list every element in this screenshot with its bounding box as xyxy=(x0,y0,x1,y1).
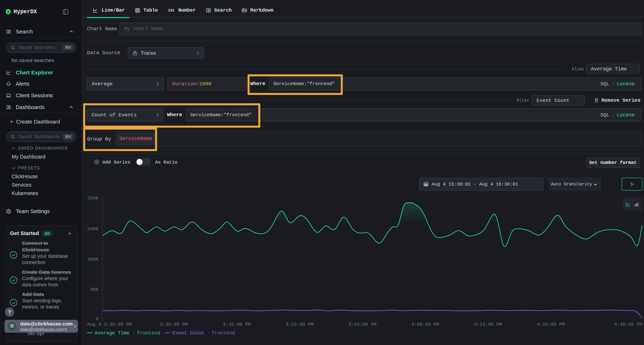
svg-text:4:13:00 PM: 4:13:00 PM xyxy=(474,322,502,327)
svg-text:Event Count: Event Count xyxy=(172,331,204,336)
svg-text:160K: 160K xyxy=(88,257,99,262)
svg-text:4:20:00 PM: 4:20:00 PM xyxy=(537,322,565,327)
svg-text:frontend: frontend xyxy=(212,331,235,336)
svg-text:3:38:00 PM: 3:38:00 PM xyxy=(160,322,188,327)
svg-text:80K: 80K xyxy=(90,287,98,292)
svg-text:3:45:00 PM: 3:45:00 PM xyxy=(223,322,251,327)
svg-text:4:30:00 PM: 4:30:00 PM xyxy=(614,322,642,327)
svg-text:frontend: frontend xyxy=(137,331,160,336)
svg-text:Aug 4 3:30:00 PM: Aug 4 3:30:00 PM xyxy=(87,322,132,327)
svg-text:Average Time: Average Time xyxy=(95,331,129,336)
svg-text:320K: 320K xyxy=(88,196,99,201)
svg-text:0: 0 xyxy=(96,316,98,322)
svg-text:·: · xyxy=(133,331,136,336)
svg-text:3:59:00 PM: 3:59:00 PM xyxy=(348,322,376,327)
svg-text:123: 123 xyxy=(168,8,174,12)
svg-text:·: · xyxy=(208,331,210,336)
svg-text:240K: 240K xyxy=(88,226,99,232)
svg-text:3:52:00 PM: 3:52:00 PM xyxy=(286,322,314,327)
svg-text:4:06:00 PM: 4:06:00 PM xyxy=(411,322,439,327)
